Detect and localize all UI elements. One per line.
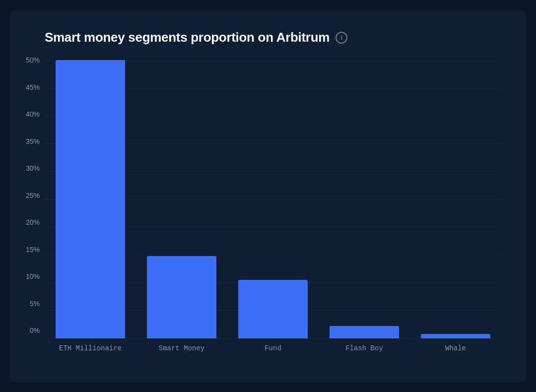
x-axis-label: Smart Money — [136, 344, 227, 352]
y-axis-label: 5% — [17, 300, 40, 308]
bar-group — [45, 60, 136, 338]
bar[interactable] — [238, 280, 308, 338]
bar-group — [136, 60, 227, 338]
y-axis-label: 25% — [17, 192, 40, 199]
y-axis-label: 50% — [17, 56, 40, 64]
x-axis-label: ETH Millionaire — [45, 344, 136, 352]
y-axis-label: 10% — [17, 272, 40, 280]
chart-container: Smart money segments proportion on Arbit… — [10, 10, 526, 382]
x-axis: ETH MillionaireSmart MoneyFundFlash BoyW… — [45, 344, 501, 352]
chart-title: Smart money segments proportion on Arbit… — [45, 30, 330, 45]
chart-area: 50%45%40%35%30%25%20%15%10%5%0% ETH Mill… — [45, 60, 501, 352]
y-axis-label: 35% — [17, 137, 40, 145]
bar-group — [227, 60, 319, 338]
x-axis-label: Fund — [227, 344, 319, 352]
y-axis-label: 0% — [17, 327, 40, 334]
bar[interactable] — [147, 256, 216, 338]
bar[interactable] — [330, 326, 399, 338]
bar[interactable] — [56, 60, 125, 338]
bar[interactable] — [421, 334, 490, 338]
bar-group — [410, 60, 501, 338]
info-icon[interactable]: i — [335, 32, 347, 44]
y-axis-label: 20% — [17, 218, 40, 226]
grid-and-bars: 50%45%40%35%30%25%20%15%10%5%0% — [45, 60, 501, 338]
y-axis-label: 40% — [17, 110, 40, 118]
y-axis: 50%45%40%35%30%25%20%15%10%5%0% — [17, 60, 40, 338]
chart-title-row: Smart money segments proportion on Arbit… — [45, 30, 501, 45]
bars-container — [45, 60, 501, 338]
y-axis-label: 15% — [17, 246, 40, 254]
y-axis-label: 30% — [17, 164, 40, 172]
y-axis-label: 45% — [17, 83, 40, 91]
bar-group — [319, 60, 410, 338]
x-axis-label: Whale — [410, 344, 501, 352]
x-axis-label: Flash Boy — [319, 344, 410, 352]
